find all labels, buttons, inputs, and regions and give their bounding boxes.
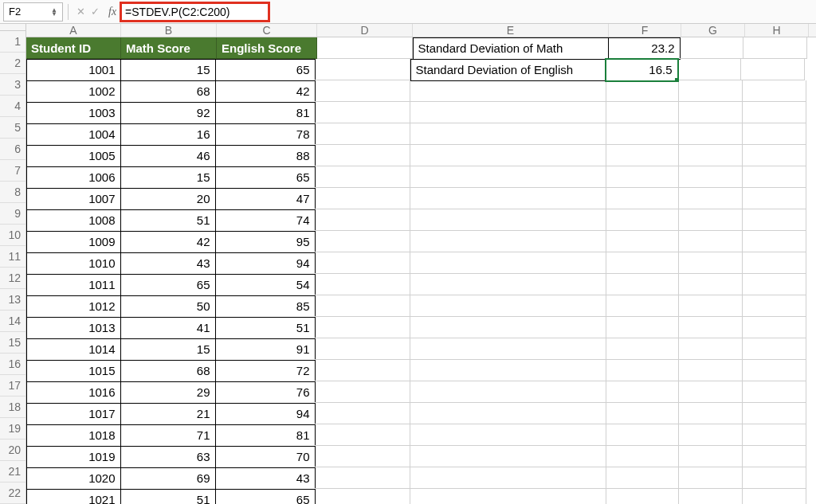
cell-H4[interactable] (743, 102, 806, 123)
cell-C17[interactable]: 76 (215, 381, 316, 404)
cell-B5[interactable]: 16 (120, 123, 216, 146)
cell-G9[interactable] (679, 209, 743, 231)
cell-A3[interactable]: 1002 (26, 80, 121, 103)
cell-D8[interactable] (315, 188, 410, 209)
cell-H2[interactable] (741, 59, 805, 80)
cell-B15[interactable]: 15 (120, 338, 216, 361)
row-header[interactable]: 10 (0, 225, 26, 246)
cell-F4[interactable] (606, 102, 679, 123)
cell-D6[interactable] (315, 145, 410, 166)
cell-G7[interactable] (679, 166, 743, 188)
cell-B21[interactable]: 69 (120, 467, 216, 490)
row-header[interactable]: 7 (0, 160, 26, 182)
cell-G10[interactable] (679, 231, 743, 252)
column-header-F[interactable]: F (609, 24, 681, 37)
cell-F14[interactable] (606, 317, 679, 338)
cell-F6[interactable] (606, 145, 679, 166)
cell-B9[interactable]: 51 (120, 209, 216, 232)
cell-C4[interactable]: 81 (215, 102, 316, 124)
cell-D21[interactable] (315, 467, 410, 489)
cell-B6[interactable]: 46 (120, 145, 216, 167)
cell-E8[interactable] (410, 188, 606, 209)
cell-E4[interactable] (410, 102, 606, 123)
cell-A7[interactable]: 1006 (26, 166, 121, 189)
cell-A8[interactable]: 1007 (26, 188, 121, 210)
cell-B3[interactable]: 68 (120, 80, 216, 103)
row-header[interactable]: 17 (0, 375, 26, 397)
confirm-icon[interactable]: ✓ (88, 6, 102, 18)
row-header[interactable]: 8 (0, 182, 26, 203)
cell-G18[interactable] (679, 403, 743, 424)
cell-G2[interactable] (677, 59, 741, 80)
cell-F3[interactable] (606, 80, 679, 102)
cell-D13[interactable] (315, 295, 410, 317)
cell-G6[interactable] (679, 145, 743, 166)
cell-A14[interactable]: 1013 (26, 317, 121, 339)
cell-E18[interactable] (410, 403, 606, 424)
cell-E16[interactable] (410, 360, 606, 381)
cell-D12[interactable] (315, 274, 410, 295)
cell-C1[interactable]: English Score (217, 37, 317, 59)
row-header[interactable]: 22 (0, 483, 26, 504)
cell-C11[interactable]: 94 (215, 252, 316, 275)
cell-B19[interactable]: 71 (120, 424, 216, 447)
cell-F5[interactable] (606, 123, 679, 145)
cell-C3[interactable]: 42 (215, 80, 316, 103)
cell-E20[interactable] (410, 446, 606, 467)
cell-G3[interactable] (679, 80, 743, 102)
formula-input[interactable] (125, 6, 265, 18)
cell-D15[interactable] (315, 338, 410, 360)
cell-C2[interactable]: 65 (215, 59, 316, 81)
row-header[interactable]: 18 (0, 397, 26, 418)
cell-G21[interactable] (679, 467, 743, 489)
cell-H5[interactable] (743, 123, 806, 145)
cell-D14[interactable] (315, 317, 410, 338)
row-header[interactable]: 13 (0, 289, 26, 311)
select-all-corner[interactable] (0, 24, 26, 31)
cell-E17[interactable] (410, 381, 606, 403)
cell-D1[interactable] (317, 37, 413, 59)
cell-F16[interactable] (606, 360, 679, 381)
cell-H12[interactable] (743, 274, 806, 295)
fx-label[interactable]: fx (108, 6, 116, 18)
cell-H21[interactable] (743, 467, 806, 489)
cell-E2[interactable]: Standard Deviation of English (410, 59, 606, 81)
column-header-D[interactable]: D (317, 24, 413, 37)
cell-A21[interactable]: 1020 (26, 467, 121, 490)
cell-E3[interactable] (410, 80, 606, 102)
cell-C14[interactable]: 51 (215, 317, 316, 339)
cell-E10[interactable] (410, 231, 606, 252)
cell-F19[interactable] (606, 424, 679, 446)
cell-G14[interactable] (679, 317, 743, 338)
cell-C20[interactable]: 70 (215, 446, 316, 468)
cell-F21[interactable] (606, 467, 679, 489)
cell-E13[interactable] (410, 295, 606, 317)
cell-A18[interactable]: 1017 (26, 403, 121, 425)
cell-F7[interactable] (606, 166, 679, 188)
cell-D10[interactable] (315, 231, 410, 252)
row-header[interactable]: 5 (0, 117, 26, 139)
cell-A19[interactable]: 1018 (26, 424, 121, 447)
cell-A6[interactable]: 1005 (26, 145, 121, 167)
cell-H13[interactable] (743, 295, 806, 317)
row-header[interactable]: 15 (0, 332, 26, 354)
cell-D9[interactable] (315, 209, 410, 231)
cell-B11[interactable]: 43 (120, 252, 216, 275)
row-header[interactable]: 1 (0, 31, 26, 53)
cell-E14[interactable] (410, 317, 606, 338)
column-header-G[interactable]: G (681, 24, 745, 37)
cell-H15[interactable] (743, 338, 806, 360)
cell-C13[interactable]: 85 (215, 295, 316, 318)
cell-B8[interactable]: 20 (120, 188, 216, 210)
row-header[interactable]: 14 (0, 311, 26, 332)
cell-G13[interactable] (679, 295, 743, 317)
cell-F15[interactable] (606, 338, 679, 360)
cell-A12[interactable]: 1011 (26, 274, 121, 296)
cell-D17[interactable] (315, 381, 410, 403)
cell-G11[interactable] (679, 252, 743, 274)
cell-C15[interactable]: 91 (215, 338, 316, 361)
cell-B7[interactable]: 15 (120, 166, 216, 189)
cell-H9[interactable] (743, 209, 806, 231)
cell-H20[interactable] (743, 446, 806, 467)
row-header[interactable]: 2 (0, 53, 26, 74)
